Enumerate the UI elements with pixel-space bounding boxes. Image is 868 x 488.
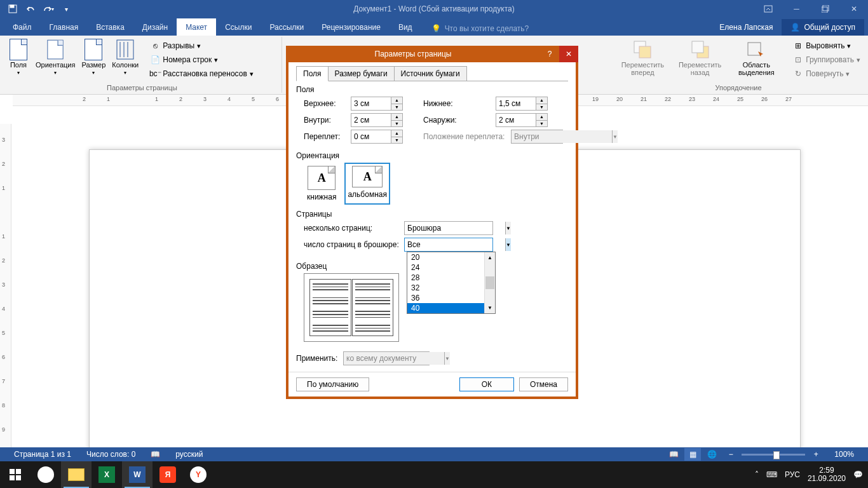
task-excel[interactable]: X xyxy=(92,461,122,488)
keyboard-icon[interactable]: ⌨ xyxy=(766,470,777,479)
clock[interactable]: 2:5921.09.2020 xyxy=(808,466,846,483)
svg-rect-3 xyxy=(823,5,829,11)
close-button[interactable]: ✕ xyxy=(839,0,868,18)
spell-check-icon[interactable]: 📖 xyxy=(143,450,168,459)
rotate-button[interactable]: ↻Повернуть ▾ xyxy=(790,67,863,80)
apply-to-combo[interactable]: ▼ xyxy=(343,351,430,365)
start-button[interactable] xyxy=(0,461,31,488)
ok-button[interactable]: ОК xyxy=(459,377,514,391)
dialog-tab-source[interactable]: Источник бумаги xyxy=(394,66,467,81)
zoom-in-button[interactable]: + xyxy=(808,448,824,461)
person-icon: 👤 xyxy=(790,23,800,32)
restore-button[interactable] xyxy=(811,0,839,18)
task-word[interactable]: W xyxy=(122,461,153,488)
group-button[interactable]: ⊡Группировать ▾ xyxy=(790,53,863,66)
tab-view[interactable]: Вид xyxy=(390,18,421,36)
tab-mailings[interactable]: Рассылки xyxy=(261,18,313,36)
sheets-dropdown[interactable]: 20 24 28 32 36 40 ▲ ▼ xyxy=(407,252,496,314)
dropdown-option[interactable]: 28 xyxy=(407,273,495,283)
input-lang[interactable]: РУС xyxy=(785,470,800,479)
system-tray: ˄ ⌨ РУС 2:5921.09.2020 💬 xyxy=(750,466,868,483)
margins-group-label: Поля xyxy=(296,85,568,94)
align-icon: ⊞ xyxy=(793,41,803,51)
word-count[interactable]: Число слов: 0 xyxy=(79,450,143,459)
share-button[interactable]: 👤 Общий доступ xyxy=(782,19,864,36)
svg-rect-10 xyxy=(639,46,651,58)
dropdown-option[interactable]: 24 xyxy=(407,262,495,273)
dialog-tab-margins[interactable]: Поля xyxy=(296,66,329,81)
dialog-close-button[interactable]: ✕ xyxy=(559,46,578,62)
tray-expand-icon[interactable]: ˄ xyxy=(755,470,759,479)
qat-customize[interactable]: ▾ xyxy=(58,1,74,17)
tab-layout[interactable]: Макет xyxy=(177,18,216,36)
zoom-slider[interactable] xyxy=(742,454,805,456)
multi-pages-combo[interactable]: ▼ xyxy=(404,221,493,235)
bottom-margin-input[interactable]: ▲▼ xyxy=(496,97,548,111)
undo-button[interactable] xyxy=(23,1,38,17)
columns-button[interactable]: Колонки▾ xyxy=(109,38,141,77)
ribbon-tabs: Файл Главная Вставка Дизайн Макет Ссылки… xyxy=(0,18,868,36)
margins-button[interactable]: Поля▾ xyxy=(5,38,32,77)
align-button[interactable]: ⊞Выровнять ▾ xyxy=(790,39,863,52)
outside-margin-input[interactable]: ▲▼ xyxy=(496,113,548,127)
orientation-portrait[interactable]: A книжная xyxy=(304,163,339,205)
user-name[interactable]: Елена Лапская xyxy=(712,19,780,36)
dropdown-option[interactable]: 20 xyxy=(407,252,495,262)
orientation-button[interactable]: Ориентация▾ xyxy=(33,38,78,77)
language[interactable]: русский xyxy=(168,450,210,459)
svg-rect-15 xyxy=(16,469,21,474)
tab-review[interactable]: Рецензирование xyxy=(313,18,390,36)
svg-rect-13 xyxy=(748,43,761,55)
dialog-tab-paper[interactable]: Размер бумаги xyxy=(328,66,395,81)
dropdown-option[interactable]: 40 xyxy=(407,303,495,313)
selection-pane-button[interactable]: Область выделения xyxy=(728,38,784,78)
default-button[interactable]: По умолчанию xyxy=(296,377,369,391)
dialog-help-button[interactable]: ? xyxy=(540,46,559,62)
web-layout-button[interactable]: 🌐 xyxy=(703,448,720,461)
breaks-button[interactable]: ⎋Разрывы ▾ xyxy=(147,39,256,52)
inside-margin-input[interactable]: ▲▼ xyxy=(351,113,403,127)
task-yandex[interactable] xyxy=(31,461,61,488)
gutter-label: Переплет: xyxy=(304,132,346,141)
bottom-margin-label: Нижнее: xyxy=(423,99,491,108)
tab-insert[interactable]: Вставка xyxy=(87,18,133,36)
redo-button[interactable]: ▾ xyxy=(41,1,56,17)
top-margin-input[interactable]: ▲▼ xyxy=(351,97,403,111)
task-explorer[interactable] xyxy=(61,461,92,488)
print-layout-button[interactable]: ▦ xyxy=(684,448,701,461)
dropdown-option[interactable]: 36 xyxy=(407,293,495,303)
hyphenation-button[interactable]: bc⁻Расстановка переносов ▾ xyxy=(147,67,256,80)
read-mode-button[interactable]: 📖 xyxy=(665,448,682,461)
svg-rect-5 xyxy=(117,40,133,59)
window-controls: ─ ✕ xyxy=(754,0,868,18)
bring-forward-button[interactable]: Переместить вперед xyxy=(614,38,672,78)
tab-design[interactable]: Дизайн xyxy=(133,18,177,36)
send-backward-button[interactable]: Переместить назад xyxy=(673,38,728,78)
dropdown-scrollbar[interactable]: ▲ ▼ xyxy=(484,252,495,313)
line-numbers-button[interactable]: 📄Номера строк ▾ xyxy=(147,53,256,66)
cancel-button[interactable]: Отмена xyxy=(519,377,568,391)
gutter-input[interactable]: ▲▼ xyxy=(351,130,403,144)
sheets-per-booklet-combo[interactable]: ▼ xyxy=(404,238,493,252)
svg-rect-1 xyxy=(10,5,14,8)
dialog-titlebar[interactable]: Параметры страницы ? ✕ xyxy=(286,46,578,62)
svg-rect-16 xyxy=(10,475,15,480)
breaks-icon: ⎋ xyxy=(150,41,160,51)
minimize-button[interactable]: ─ xyxy=(782,0,811,18)
save-button[interactable] xyxy=(5,1,20,17)
vertical-ruler[interactable]: 32 11 23 45 67 89 xyxy=(0,124,11,461)
ribbon-options-button[interactable] xyxy=(754,0,782,18)
tell-me-search[interactable]: 💡 Что вы хотите сделать? xyxy=(429,22,532,36)
tab-file[interactable]: Файл xyxy=(4,18,41,36)
task-yandex2[interactable]: Я xyxy=(153,461,183,488)
notifications-icon[interactable]: 💬 xyxy=(853,470,863,479)
size-button[interactable]: Размер▾ xyxy=(79,38,108,77)
zoom-out-button[interactable]: − xyxy=(722,448,739,461)
orientation-landscape[interactable]: A альбомная xyxy=(344,163,390,205)
task-browser[interactable]: Y xyxy=(183,461,214,488)
tab-home[interactable]: Главная xyxy=(41,18,88,36)
dropdown-option[interactable]: 32 xyxy=(407,283,495,293)
tab-references[interactable]: Ссылки xyxy=(216,18,261,36)
zoom-level[interactable]: 100% xyxy=(827,450,862,459)
page-count[interactable]: Страница 1 из 1 xyxy=(6,450,79,459)
